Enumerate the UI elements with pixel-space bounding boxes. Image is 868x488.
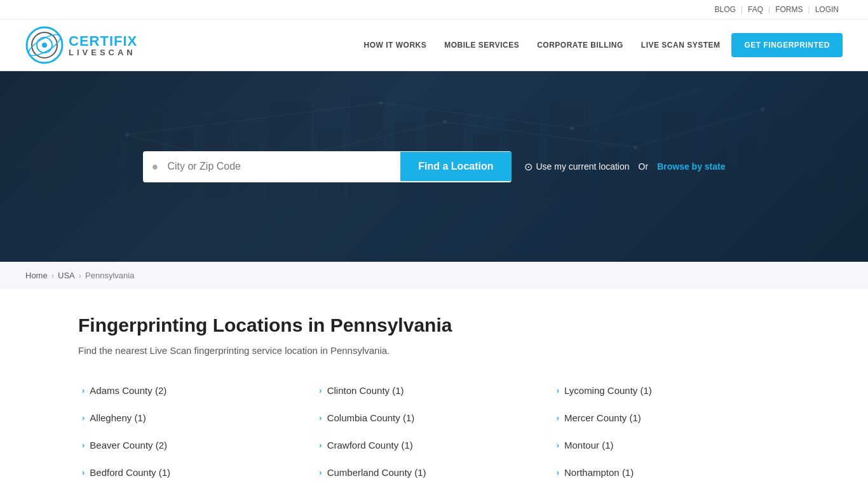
nav-corporate-billing[interactable]: CORPORATE BILLING	[531, 37, 630, 53]
page-description: Find the nearest Live Scan fingerprintin…	[78, 345, 790, 356]
search-container: ● Find a Location	[143, 151, 512, 182]
logo-certifix: CERTIFIX	[69, 34, 137, 48]
nav-how-it-works[interactable]: HOW IT WORKS	[358, 37, 433, 53]
chevron-right-icon: ›	[82, 440, 85, 450]
chevron-right-icon: ›	[319, 413, 322, 423]
chevron-right-icon: ›	[557, 468, 559, 477]
county-list-item[interactable]: › Columbia County (1)	[315, 406, 552, 430]
county-list-item[interactable]: › Crawford County (1)	[315, 433, 552, 457]
main-nav: HOW IT WORKS MOBILE SERVICES CORPORATE B…	[358, 33, 843, 57]
county-name-label: Cumberland County (1)	[327, 467, 426, 478]
breadcrumb: Home › USA › Pennsylvania	[0, 262, 868, 289]
page-title: Fingerprinting Locations in Pennsylvania	[78, 315, 790, 336]
sep3: |	[808, 5, 810, 14]
county-name-label: Adams County (2)	[90, 385, 166, 396]
get-fingerprinted-button[interactable]: GET FINGERPRINTED	[731, 33, 843, 57]
sep1: |	[741, 5, 743, 14]
chevron-right-icon: ›	[319, 440, 322, 450]
chevron-right-icon: ›	[82, 468, 85, 477]
nav-mobile-services[interactable]: MOBILE SERVICES	[438, 37, 526, 53]
browse-by-state-link[interactable]: Browse by state	[657, 161, 725, 172]
breadcrumb-sep1: ›	[51, 271, 54, 280]
hero-section: ● Find a Location ⊙ Use my current locat…	[0, 71, 868, 262]
breadcrumb-sep2: ›	[79, 271, 81, 280]
logo-livescan: LIVESCAN	[69, 48, 137, 57]
use-current-location[interactable]: ⊙ Use my current location	[524, 161, 630, 173]
chevron-right-icon: ›	[82, 413, 85, 423]
county-name-label: Clinton County (1)	[327, 385, 404, 396]
nav-live-scan-system[interactable]: LIVE SCAN SYSTEM	[635, 37, 727, 53]
forms-link[interactable]: FORMS	[775, 5, 803, 14]
breadcrumb-current: Pennsylvania	[85, 271, 134, 280]
county-name-label: Lycoming County (1)	[564, 385, 652, 396]
county-name-label: Northampton (1)	[564, 467, 634, 478]
county-name-label: Crawford County (1)	[327, 440, 413, 451]
county-list-item[interactable]: › Cumberland County (1)	[315, 461, 552, 484]
search-input[interactable]	[167, 152, 400, 181]
county-name-label: Beaver County (2)	[90, 440, 167, 451]
county-list-item[interactable]: › Mercer County (1)	[553, 406, 790, 430]
header: CERTIFIX LIVESCAN HOW IT WORKS MOBILE SE…	[0, 20, 868, 71]
county-list-item[interactable]: › Montour (1)	[553, 433, 790, 457]
logo[interactable]: CERTIFIX LIVESCAN	[25, 26, 137, 64]
county-list-item[interactable]: › Lycoming County (1)	[553, 379, 790, 402]
county-list-item[interactable]: › Adams County (2)	[78, 379, 315, 402]
county-list-item[interactable]: › Allegheny (1)	[78, 406, 315, 430]
chevron-right-icon: ›	[557, 386, 559, 395]
county-name-label: Columbia County (1)	[327, 412, 415, 423]
chevron-right-icon: ›	[82, 386, 85, 395]
top-bar: BLOG | FAQ | FORMS | LOGIN	[0, 0, 868, 20]
login-link[interactable]: LOGIN	[815, 5, 839, 14]
gps-icon: ⊙	[524, 161, 532, 173]
or-separator: Or	[639, 161, 649, 172]
blog-link[interactable]: BLOG	[715, 5, 736, 14]
main-content: Fingerprinting Locations in Pennsylvania…	[53, 289, 815, 488]
county-name-label: Montour (1)	[564, 440, 614, 451]
county-list-item[interactable]: › Clinton County (1)	[315, 379, 552, 402]
county-name-label: Mercer County (1)	[564, 412, 641, 423]
chevron-right-icon: ›	[319, 468, 322, 477]
county-name-label: Bedford County (1)	[90, 467, 170, 478]
chevron-right-icon: ›	[557, 413, 559, 423]
county-list-item[interactable]: › Northampton (1)	[553, 461, 790, 484]
county-name-label: Allegheny (1)	[90, 412, 146, 423]
sep2: |	[768, 5, 770, 14]
breadcrumb-usa[interactable]: USA	[58, 271, 75, 280]
county-grid: › Adams County (2) › Clinton County (1) …	[78, 379, 790, 484]
location-pin-icon: ●	[143, 151, 168, 182]
location-options: ⊙ Use my current location Or Browse by s…	[524, 161, 726, 173]
logo-text: CERTIFIX LIVESCAN	[69, 34, 137, 57]
hero-content: ● Find a Location ⊙ Use my current locat…	[85, 151, 783, 182]
use-location-label: Use my current location	[536, 161, 630, 172]
chevron-right-icon: ›	[557, 440, 559, 450]
county-list-item[interactable]: › Beaver County (2)	[78, 433, 315, 457]
breadcrumb-home[interactable]: Home	[25, 271, 48, 280]
chevron-right-icon: ›	[319, 386, 322, 395]
logo-icon	[25, 26, 64, 64]
find-location-button[interactable]: Find a Location	[400, 152, 511, 181]
faq-link[interactable]: FAQ	[748, 5, 763, 14]
county-list-item[interactable]: › Bedford County (1)	[78, 461, 315, 484]
svg-point-4	[42, 43, 47, 48]
